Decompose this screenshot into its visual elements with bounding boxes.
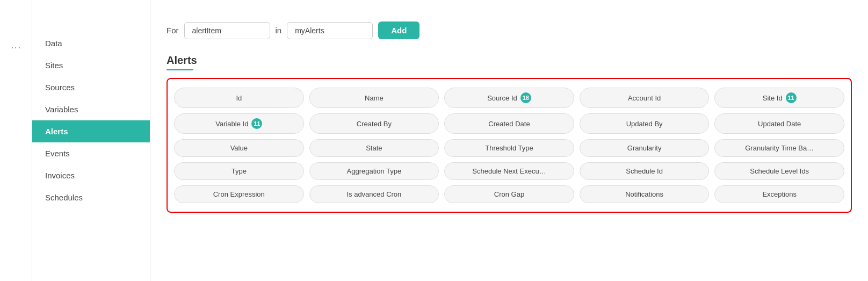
left-panel: ⋮ [0,0,32,281]
field-pill-cron-expression[interactable]: Cron Expression [174,185,304,203]
sidebar-item-sites[interactable]: Sites [32,54,150,76]
field-pill-account-id[interactable]: Account Id [580,88,710,108]
field-label-created-by: Created By [357,120,392,128]
field-pill-cron-gap[interactable]: Cron Gap [444,185,574,203]
in-input[interactable] [287,22,373,39]
field-label-schedule-next-execu: Schedule Next Execu… [472,167,546,175]
field-label-created-date: Created Date [488,120,530,128]
sidebar-item-events[interactable]: Events [32,142,150,164]
field-pill-state[interactable]: State [309,139,439,157]
field-label-name: Name [365,94,384,102]
field-label-aggregation-type: Aggregation Type [347,167,402,175]
field-pill-variable-id[interactable]: Variable Id11 [174,113,304,134]
field-pill-created-date[interactable]: Created Date [444,113,574,134]
field-pill-is-advanced-cron[interactable]: Is advanced Cron [309,185,439,203]
field-pill-name[interactable]: Name [309,88,439,108]
field-badge-source-id: 18 [520,92,531,103]
field-label-exceptions: Exceptions [762,190,797,198]
field-label-state: State [366,144,382,152]
field-label-notifications: Notifications [625,190,663,198]
field-label-source-id: Source Id [487,94,517,102]
section-title: Alerts [167,54,852,67]
sidebar-item-variables[interactable]: Variables [32,98,150,120]
sidebar: DataSitesSourcesVariablesAlertsEventsInv… [32,0,150,281]
field-pill-threshold-type[interactable]: Threshold Type [444,139,574,157]
field-pill-source-id[interactable]: Source Id18 [444,88,574,108]
field-label-cron-expression: Cron Expression [213,190,265,198]
field-label-is-advanced-cron: Is advanced Cron [346,190,401,198]
field-label-threshold-type: Threshold Type [485,144,533,152]
sidebar-item-alerts[interactable]: Alerts [32,120,150,142]
field-label-variable-id: Variable Id [215,120,248,128]
field-label-schedule-level-ids: Schedule Level Ids [750,167,809,175]
fields-container: IdNameSource Id18Account IdSite Id11Vari… [167,78,852,213]
field-pill-schedule-next-execu[interactable]: Schedule Next Execu… [444,162,574,180]
field-label-value: Value [230,144,248,152]
field-label-schedule-id: Schedule Id [626,167,663,175]
field-pill-updated-by[interactable]: Updated By [580,113,710,134]
field-label-granularity-time-ba: Granularity Time Ba… [745,144,814,152]
for-input[interactable] [184,22,270,39]
field-label-type: Type [232,167,247,175]
field-pill-granularity[interactable]: Granularity [580,139,710,157]
add-button[interactable]: Add [378,21,419,39]
fields-grid: IdNameSource Id18Account IdSite Id11Vari… [174,88,844,203]
field-label-cron-gap: Cron Gap [494,190,524,198]
field-label-updated-date: Updated Date [758,120,801,128]
field-pill-granularity-time-ba[interactable]: Granularity Time Ba… [714,139,844,157]
sidebar-item-invoices[interactable]: Invoices [32,164,150,186]
field-label-granularity: Granularity [627,144,662,152]
field-pill-type[interactable]: Type [174,162,304,180]
section-underline [167,69,193,70]
field-label-updated-by: Updated By [626,120,663,128]
field-pill-updated-date[interactable]: Updated Date [714,113,844,134]
field-pill-site-id[interactable]: Site Id11 [714,88,844,108]
field-pill-id[interactable]: Id [174,88,304,108]
field-pill-created-by[interactable]: Created By [309,113,439,134]
field-label-id: Id [236,94,242,102]
sidebar-item-sources[interactable]: Sources [32,76,150,98]
sidebar-item-data[interactable]: Data [32,32,150,54]
field-badge-variable-id: 11 [251,118,262,129]
dots-icon[interactable]: ⋮ [10,43,22,52]
field-badge-site-id: 11 [786,92,797,103]
in-label: in [276,26,282,35]
field-pill-aggregation-type[interactable]: Aggregation Type [309,162,439,180]
for-label: For [167,26,179,35]
field-pill-schedule-level-ids[interactable]: Schedule Level Ids [714,162,844,180]
field-pill-schedule-id[interactable]: Schedule Id [580,162,710,180]
field-pill-value[interactable]: Value [174,139,304,157]
top-bar: For in Add [167,21,852,39]
field-label-site-id: Site Id [763,94,783,102]
field-label-account-id: Account Id [628,94,661,102]
main-content: For in Add Alerts IdNameSource Id18Accou… [150,0,868,281]
field-pill-notifications[interactable]: Notifications [580,185,710,203]
field-pill-exceptions[interactable]: Exceptions [714,185,844,203]
sidebar-item-schedules[interactable]: Schedules [32,186,150,208]
